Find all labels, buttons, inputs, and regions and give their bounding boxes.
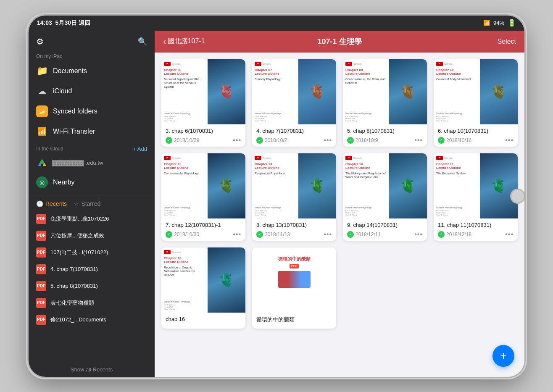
grid-file-item[interactable]: M Connect+ Chapter 11Lecture Outline The…	[434, 153, 518, 241]
show-all-recents[interactable]: Show all Recents	[29, 362, 155, 377]
battery-level: 94%	[493, 20, 504, 26]
recent-file-item[interactable]: PDF 4. chap 7(1070831)	[29, 261, 155, 278]
file-name: 4. chap 7(1070831)	[256, 128, 332, 134]
back-button[interactable]: ‹ 國北護107-1	[163, 37, 213, 46]
pdf-icon: PDF	[36, 231, 46, 241]
grid-file-item[interactable]: M Connect+ Chapter 12Lecture Outline Car…	[161, 153, 245, 241]
status-bar: 14:03 5月30日 週四 📶 94% 🔋	[29, 16, 524, 31]
pdf-icon: PDF	[36, 298, 46, 308]
on-my-ipad-label: On my iPad	[29, 50, 155, 61]
tab-starred-label: Starred	[81, 200, 100, 207]
grid-file-item[interactable]: M Connect+ Chapter 06Lecture Outline Neu…	[161, 59, 245, 147]
file-info: 3. chap 6(1070831) ✓ 2018/10/29 •••	[161, 124, 245, 147]
more-options-button[interactable]: •••	[324, 137, 332, 144]
recent-file-name: 表七化學藥物種類	[50, 299, 94, 307]
sidebar: ⚙ 🔍 On my iPad 📁 Documents ☁ iCloud 📂 Sy…	[29, 31, 155, 377]
sync-date-row: ✓ 2018/10/9	[347, 137, 378, 144]
sidebar-item-wifi[interactable]: 📶 Wi-Fi Transfer	[29, 121, 155, 142]
thumbnail-container: M Connect+ Chapter 13Lecture Outline Res…	[252, 153, 336, 218]
file-thumbnail: M Connect+ Chapter 11Lecture Outline The…	[434, 153, 518, 218]
synced-folders-icon: 📂	[36, 105, 48, 117]
file-date: 2018/10/16	[446, 137, 471, 143]
status-time: 14:03 5月30日 週四	[37, 19, 90, 27]
cloud-account-item[interactable]: ▓▓▓▓▓▓▓▓ .edu.tw	[29, 154, 155, 172]
file-info: 7. chap 12(1070831)-1 ✓ 2018/10/30 •••	[161, 218, 245, 241]
file-meta: ✓ 2018/10/2 •••	[256, 137, 332, 144]
thumbnail-container: M Connect+ Chapter 16Lecture Outline Reg…	[161, 247, 245, 313]
tab-recents[interactable]: 🕐 Recents	[36, 200, 67, 208]
add-cloud-button[interactable]: + Add	[133, 146, 147, 152]
grid-file-item[interactable]: M Connect+ Chapter 13Lecture Outline Res…	[252, 153, 336, 241]
more-options-button[interactable]: •••	[233, 231, 241, 238]
pdf-icon: PDF	[36, 281, 46, 291]
tab-starred[interactable]: ☆ Starred	[74, 200, 100, 208]
grid-file-item[interactable]: M Connect+ Chapter 07Lecture Outline Sen…	[252, 59, 336, 147]
top-nav: ‹ 國北護107-1 107-1 生理學 Select	[155, 31, 524, 53]
sidebar-item-icloud[interactable]: ☁ iCloud	[29, 81, 155, 101]
recent-file-item[interactable]: PDF 107(1)二技...I(1071022)	[29, 244, 155, 261]
file-thumbnail: M Connect+ Chapter 10Lecture Outline Con…	[434, 59, 518, 124]
grid-file-item[interactable]: M Connect+ Chapter 14Lecture Outline The…	[343, 153, 427, 241]
sync-check-icon: ✓	[256, 231, 263, 238]
in-the-cloud-label: In the Cloud	[36, 146, 63, 152]
nav-title: 107-1 生理學	[213, 37, 466, 47]
more-options-button[interactable]: •••	[414, 137, 423, 144]
recent-file-item[interactable]: PDF 免疫學重點...義1070226	[29, 210, 155, 227]
recent-file-item[interactable]: PDF 5. chap 8(1070831)	[29, 278, 155, 295]
file-info: 5. chap 8(1070831) ✓ 2018/10/9 •••	[343, 124, 427, 147]
star-icon: ☆	[74, 200, 79, 207]
file-date: 2018/12/18	[446, 232, 471, 237]
sync-date-row: ✓ 2018/12/18	[438, 231, 471, 238]
file-date: 2018/10/29	[174, 137, 199, 143]
grid-file-item[interactable]: M Connect+ Chapter 08Lecture Outline Con…	[343, 59, 427, 147]
main-content: ‹ 國北護107-1 107-1 生理學 Select M Connect+ C…	[155, 31, 524, 377]
cloud-section-header: In the Cloud + Add	[29, 142, 155, 154]
sync-check-icon: ✓	[438, 137, 445, 144]
file-meta: ✓ 2018/12/11 •••	[347, 231, 423, 238]
file-thumbnail: 循環的中的醣類 PDF	[252, 247, 336, 313]
recent-file-item[interactable]: PDF 穴位按摩...便秘之成效	[29, 227, 155, 244]
grid-file-item[interactable]: M Connect+ Chapter 16Lecture Outline Reg…	[161, 247, 245, 329]
more-options-button[interactable]: •••	[324, 231, 332, 238]
thumbnail-container: M Connect+ Chapter 11Lecture Outline The…	[434, 153, 518, 218]
status-right: 📶 94% 🔋	[483, 19, 516, 27]
recent-file-item[interactable]: PDF 修21072_...Documents	[29, 311, 155, 328]
cloud-account-name: ▓▓▓▓▓▓▓▓ .edu.tw	[52, 160, 103, 166]
sidebar-item-synced[interactable]: 📂 Synced folders	[29, 101, 155, 121]
folder-icon: 📁	[36, 65, 48, 77]
recent-file-name: 107(1)二技...I(1071022)	[50, 249, 108, 256]
more-options-button[interactable]: •••	[505, 137, 514, 144]
file-name: chap 16	[166, 316, 241, 322]
file-meta: ✓ 2018/11/13 •••	[256, 231, 332, 238]
settings-icon[interactable]: ⚙	[36, 37, 44, 47]
recent-file-name: 穴位按摩...便秘之成效	[50, 232, 104, 239]
thumbnail-container: 循環的中的醣類 PDF	[252, 247, 336, 313]
grid-file-item[interactable]: M Connect+ Chapter 10Lecture Outline Con…	[434, 59, 518, 147]
file-name: 8. chap 13(1070831)	[256, 222, 332, 228]
sidebar-item-nearby[interactable]: ◎ Nearby	[29, 172, 155, 192]
more-options-button[interactable]: •••	[233, 137, 241, 144]
pdf-icon: PDF	[36, 247, 46, 258]
recent-file-item[interactable]: PDF 表七化學藥物種類	[29, 295, 155, 311]
file-name: 5. chap 8(1070831)	[347, 128, 423, 134]
file-date: 2018/10/30	[174, 232, 199, 237]
file-info: chap 16	[161, 313, 245, 327]
select-button[interactable]: Select	[466, 38, 516, 45]
file-name: 11. chap 11(1070831)	[438, 222, 514, 228]
grid-file-item[interactable]: 循環的中的醣類 PDF 循環的中的醣類	[252, 247, 336, 329]
sidebar-item-wifi-label: Wi-Fi Transfer	[53, 128, 95, 135]
thumbnail-container: M Connect+ Chapter 12Lecture Outline Car…	[161, 153, 245, 218]
home-button[interactable]	[510, 189, 524, 204]
file-thumbnail: M Connect+ Chapter 16Lecture Outline Reg…	[161, 247, 245, 313]
file-name: 循環的中的醣類	[256, 316, 332, 324]
search-icon[interactable]: 🔍	[138, 37, 147, 46]
wifi-transfer-icon: 📶	[36, 126, 48, 137]
sync-check-icon: ✓	[347, 231, 354, 238]
sidebar-item-nearby-label: Nearby	[53, 179, 75, 186]
battery-icon: 🔋	[508, 19, 516, 27]
sidebar-item-documents[interactable]: 📁 Documents	[29, 61, 155, 81]
more-options-button[interactable]: •••	[414, 231, 423, 238]
file-grid: M Connect+ Chapter 06Lecture Outline Neu…	[161, 59, 518, 329]
more-options-button[interactable]: •••	[505, 231, 514, 238]
add-fab-button[interactable]: +	[492, 345, 514, 367]
